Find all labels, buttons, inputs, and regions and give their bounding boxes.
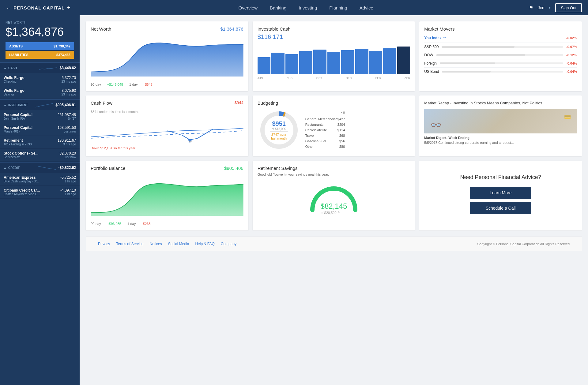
- footer-link-privacy[interactable]: Privacy: [98, 242, 110, 246]
- bar-dec: [299, 51, 312, 74]
- budget-items: General Merchandise $427 Restaurants $20…: [305, 116, 345, 149]
- mover-change-usbond: -0.04%: [566, 70, 577, 73]
- mover-row-youindex: You Index ™ -0.02%: [424, 33, 577, 43]
- mover-row-dow: DOW -0.12%: [424, 51, 577, 59]
- mover-bar-usbond: [442, 71, 563, 73]
- account-value: 5,372.70: [62, 76, 76, 80]
- investment-section-header[interactable]: ▲ INVESTMENT $905,406.81: [0, 100, 80, 110]
- footer-copyright: Copyright © Personal Capital Corporation…: [477, 242, 570, 246]
- budget-row: Gasoline/Fuel $56: [305, 138, 345, 144]
- sidebar-assets-bar[interactable]: ASSETS $1,738,342: [6, 42, 74, 50]
- sidebar: NET WORTH $1,364,876 ASSETS $1,738,342 L…: [0, 15, 80, 385]
- retirement-savings-card: Retirement Savings Good job! You've hit …: [253, 161, 415, 230]
- bar-mar2: [355, 49, 368, 74]
- sidebar-liabilities-bar[interactable]: LIABILITIES $373,465: [6, 51, 74, 59]
- mover-name-foreign: Foreign: [424, 61, 437, 65]
- account-value: 261,987.48: [58, 113, 76, 117]
- nav-planning[interactable]: Planning: [329, 5, 347, 10]
- list-item[interactable]: Retirement 401k Ending in 7890 130,911.6…: [0, 136, 80, 149]
- account-name: Wells Fargo: [4, 88, 24, 93]
- schedule-call-button[interactable]: Schedule a Call: [470, 202, 531, 214]
- nav-advice[interactable]: Advice: [360, 5, 373, 10]
- dropdown-icon[interactable]: ▾: [549, 6, 551, 10]
- account-sub: Blue Cash Everyday - X1...: [4, 180, 40, 183]
- account-value: 3,075.93: [62, 88, 76, 93]
- glasses-icon: 👓: [430, 120, 442, 130]
- footer-link-terms[interactable]: Terms of Service: [116, 242, 143, 246]
- bar-mar: [341, 50, 354, 74]
- back-icon[interactable]: ←: [6, 5, 11, 10]
- budget-row: Cable/Satellite $114: [305, 127, 345, 133]
- credit-section-header[interactable]: ▲ CREDIT -$9,822.62: [0, 163, 80, 173]
- footer-link-company[interactable]: Company: [221, 242, 236, 246]
- dot-count: • 9: [305, 111, 345, 114]
- cash-total: $8,448.62: [60, 66, 76, 70]
- nav-overview[interactable]: Overview: [239, 5, 258, 10]
- portfolio-1day-value: -$268: [142, 222, 150, 226]
- account-time: Just now: [58, 130, 76, 133]
- bar-apr2: [383, 48, 396, 74]
- list-item[interactable]: Stock Options- Se... ServiceMax 32,070.2…: [0, 149, 80, 162]
- budget-item-value: $114: [337, 128, 345, 132]
- account-value: 163,591.50: [58, 125, 76, 130]
- investment-label: INVESTMENT: [8, 103, 28, 107]
- mover-name-usbond: US Bond: [424, 69, 439, 74]
- nav-investing[interactable]: Investing: [299, 5, 317, 10]
- recap-desc: 5/5/2017 Continued strong corporate earn…: [424, 141, 577, 144]
- liabilities-value: $373,465: [56, 53, 70, 57]
- sidebar-cash-section: ▲ CASH $8,448.62 Wells Fargo Checking 5,…: [0, 62, 80, 99]
- bar-labels: JUN AUG OCT DEC FEB APR: [258, 77, 410, 80]
- list-item[interactable]: Wells Fargo Savings 3,075.93 23 hrs ago: [0, 86, 80, 99]
- edit-icon[interactable]: ✎: [338, 211, 341, 215]
- learn-more-button[interactable]: Learn More: [470, 187, 531, 199]
- account-time: 5/4/17: [58, 117, 76, 120]
- label-aug: AUG: [287, 77, 293, 80]
- budget-item-value: $427: [337, 117, 345, 121]
- copyright-text: Copyright © Personal Capital Corporation: [477, 242, 539, 246]
- budget-item-value: $80: [339, 145, 345, 148]
- bar-apr: [369, 51, 383, 74]
- investment-total: $905,406.81: [55, 103, 76, 107]
- bar-oct: [285, 54, 299, 74]
- assets-label: ASSETS: [9, 44, 23, 48]
- main-navigation: Overview Banking Investing Planning Advi…: [83, 5, 529, 10]
- sidebar-credit-section: ▲ CREDIT -$9,822.62 American Express Blu…: [0, 162, 80, 199]
- investable-cash-title: Investable Cash: [258, 26, 410, 32]
- retirement-title: Retirement Savings: [258, 166, 410, 171]
- account-sub: John Smith IRA: [4, 117, 32, 120]
- list-item[interactable]: Personal Capital Mary's 401k 163,591.50 …: [0, 123, 80, 136]
- you-index-label: You Index ™: [424, 36, 446, 40]
- donut-chart: $951 of $15,000 $747 over last month: [258, 109, 300, 151]
- budget-item-name: Other: [305, 145, 314, 148]
- footer-link-social[interactable]: Social Media: [168, 242, 189, 246]
- financial-advice-card: Need Personal Financial Advice? Learn Mo…: [419, 161, 582, 230]
- list-item[interactable]: Personal Capital John Smith IRA 261,987.…: [0, 110, 80, 123]
- budget-item-value: $56: [339, 139, 345, 143]
- market-recap-title: Market Recap - Investing in Stocks Means…: [424, 100, 577, 106]
- svg-text:9: 9: [188, 140, 192, 143]
- cash-flow-value: -$944: [233, 100, 243, 105]
- budget-row: Travel $68: [305, 133, 345, 138]
- footer-link-help[interactable]: Help & FAQ: [195, 242, 214, 246]
- cash-section-header[interactable]: ▲ CASH $8,448.62: [0, 63, 80, 73]
- footer-link-notices[interactable]: Notices: [150, 242, 162, 246]
- mover-bar-foreign: [440, 62, 563, 64]
- period-1day-label: 1-day: [129, 83, 138, 86]
- nav-banking[interactable]: Banking: [270, 5, 286, 10]
- donut-amount: $951: [270, 120, 288, 127]
- list-item[interactable]: American Express Blue Cash Everyday - X1…: [0, 173, 80, 186]
- list-item[interactable]: Wells Fargo Checking 5,372.70 23 hrs ago: [0, 73, 80, 86]
- portfolio-title: Portfolio Balance: [91, 166, 125, 171]
- cash-flow-chart: 9: [91, 118, 243, 143]
- account-name: Citibank Credit Car...: [4, 188, 40, 192]
- account-time: 1 hr ago: [60, 180, 76, 183]
- label-dec: DEC: [346, 77, 352, 80]
- sign-out-button[interactable]: Sign Out: [555, 3, 582, 12]
- list-item[interactable]: Citibank Credit Car... Costco Anywhere V…: [0, 186, 80, 199]
- credit-label: CREDIT: [8, 166, 20, 170]
- label-feb: FEB: [375, 77, 381, 80]
- add-icon[interactable]: +: [67, 5, 71, 11]
- account-value: -4,097.10: [60, 188, 76, 192]
- app-logo[interactable]: ← PERSONAL CAPITAL +: [6, 5, 71, 11]
- assets-value: $1,738,342: [54, 44, 70, 48]
